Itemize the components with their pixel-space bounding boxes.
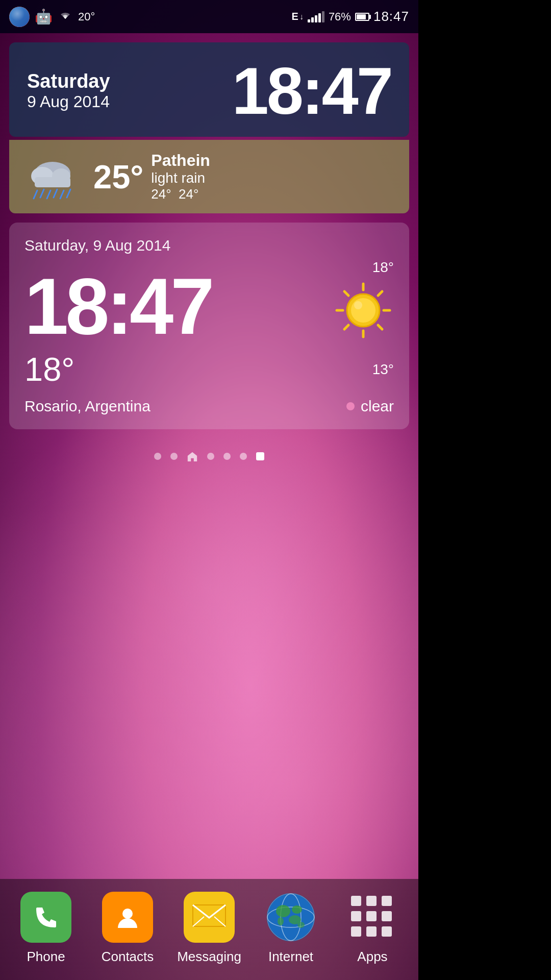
contacts-icon [102, 892, 153, 943]
apps-grid-dot [351, 896, 361, 906]
wl-sun-section: 18° [333, 259, 394, 346]
dock-item-apps[interactable]: Apps [337, 892, 408, 965]
page-dot-1[interactable] [154, 453, 161, 460]
svg-line-16 [378, 291, 382, 296]
internet-label: Internet [268, 949, 313, 965]
wl-high-temp: 18° [372, 259, 394, 276]
clock-date: 9 Aug 2014 [27, 92, 110, 111]
status-left-icons: 🤖 20° [9, 7, 95, 27]
wl-date: Saturday, 9 Aug 2014 [24, 237, 394, 254]
svg-line-4 [34, 190, 37, 199]
svg-line-9 [67, 189, 70, 198]
messaging-icon [184, 892, 235, 943]
svg-line-17 [344, 325, 348, 329]
apps-label: Apps [357, 949, 387, 965]
internet-icon [265, 892, 316, 943]
apps-grid-dot [366, 926, 377, 937]
wl-current-temp: 18° [24, 350, 74, 388]
dock-item-internet[interactable]: Internet [255, 892, 327, 965]
contacts-label: Contacts [102, 949, 154, 965]
clock-date-section: Saturday 9 Aug 2014 [27, 70, 110, 111]
phone-label: Phone [27, 949, 65, 965]
wl-weather-condition: clear [361, 398, 394, 415]
wl-location: Rosario, Argentina [24, 398, 151, 415]
weather-range: 24° 24° [151, 186, 210, 202]
battery-icon [355, 13, 369, 21]
page-dot-5[interactable] [223, 453, 231, 460]
apps-grid-dot [351, 926, 361, 937]
wl-footer: Rosario, Argentina clear [24, 398, 394, 415]
dock-item-contacts[interactable]: Contacts [92, 892, 163, 965]
battery-percent: 76% [329, 10, 351, 23]
wifi-icon [58, 10, 73, 24]
network-type-icon: E ↓ [292, 11, 304, 22]
clock-date-widget: Saturday 9 Aug 2014 18:47 [9, 42, 409, 137]
temperature-display: 20° [78, 10, 95, 23]
dock-item-messaging[interactable]: Messaging [173, 892, 245, 965]
svg-point-19 [351, 298, 375, 323]
svg-rect-3 [35, 177, 70, 187]
page-dot-2[interactable] [170, 453, 178, 460]
svg-point-31 [276, 905, 290, 917]
svg-line-14 [344, 291, 348, 296]
notification-icon [9, 7, 30, 27]
clock-time: 18:47 [232, 58, 392, 124]
svg-point-32 [292, 905, 302, 914]
dock: Phone Contacts Messaging [0, 879, 418, 980]
apps-grid-dot [366, 911, 377, 921]
apps-grid-dot [351, 911, 361, 921]
clock-day: Saturday [27, 70, 110, 92]
phone-icon [20, 892, 71, 943]
apps-grid-dot [382, 911, 392, 921]
dock-item-phone[interactable]: Phone [10, 892, 82, 965]
page-dot-4[interactable] [207, 453, 214, 460]
svg-line-6 [47, 190, 51, 199]
status-right-icons: E ↓ 76% 18:47 [292, 9, 409, 24]
page-indicators [0, 446, 418, 467]
weather-clock-widget-large[interactable]: Saturday, 9 Aug 2014 18:47 18° [9, 223, 409, 429]
wl-temp-row: 18° 13° [24, 350, 394, 388]
apps-grid-dot [366, 896, 377, 906]
apps-icon [347, 892, 398, 943]
page-dot-7-active[interactable] [256, 452, 264, 460]
weather-info: Pathein light rain 24° 24° [151, 151, 210, 202]
page-home-indicator[interactable] [187, 451, 198, 462]
weather-temperature: 25° [93, 160, 143, 193]
apps-grid-dot [382, 926, 392, 937]
svg-line-5 [40, 189, 44, 198]
page-dot-6[interactable] [240, 453, 247, 460]
weather-condition: light rain [151, 170, 210, 186]
svg-point-20 [354, 301, 362, 309]
weather-city: Pathein [151, 151, 210, 170]
android-icon: 🤖 [35, 8, 53, 25]
sun-icon [333, 280, 394, 341]
weather-temp-row: 25° Pathein light rain 24° 24° [93, 151, 210, 202]
svg-line-8 [60, 190, 64, 199]
svg-line-15 [378, 325, 382, 329]
svg-point-34 [278, 917, 284, 925]
svg-point-35 [297, 922, 305, 928]
apps-grid-dot [382, 896, 392, 906]
wl-time: 18:47 [24, 267, 211, 346]
wl-time-row: 18:47 18° [24, 259, 394, 346]
svg-line-7 [54, 189, 57, 198]
weather-widget-small[interactable]: 25° Pathein light rain 24° 24° [9, 140, 409, 213]
status-bar: 🤖 20° E ↓ 76% 18:47 [0, 0, 418, 33]
wl-low-temp: 13° [372, 361, 394, 378]
messaging-label: Messaging [177, 949, 241, 965]
signal-strength-icon [308, 11, 324, 22]
weather-rain-icon [24, 154, 81, 200]
svg-point-21 [122, 909, 133, 919]
status-time: 18:47 [373, 9, 409, 24]
